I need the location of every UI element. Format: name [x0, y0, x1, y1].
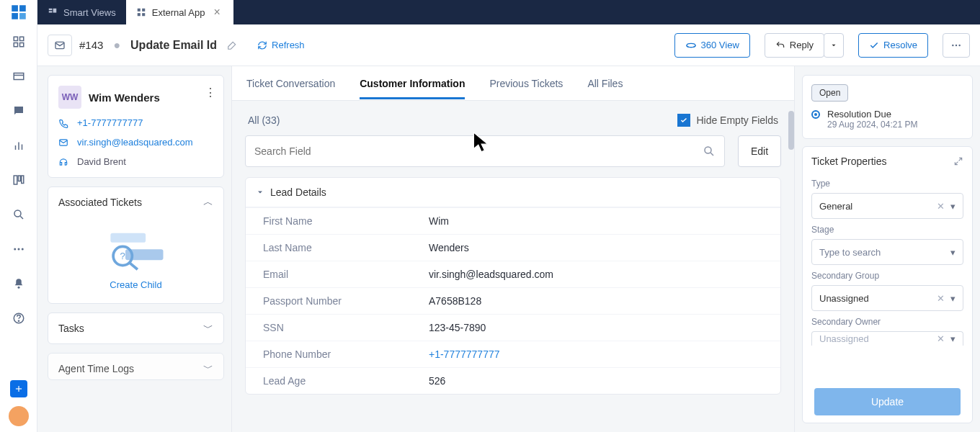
search-icon — [703, 145, 716, 158]
empty-state-icon: ? — [102, 229, 171, 272]
panel-tabs: Ticket Conversation Customer Information… — [232, 66, 794, 101]
chevron-down-icon: ▾ — [950, 333, 956, 344]
ticket-id: #143 — [79, 39, 103, 51]
chevron-down-icon: ▾ — [950, 293, 956, 304]
tab-previous-tickets[interactable]: Previous Tickets — [489, 68, 563, 99]
svg-rect-28 — [142, 9, 145, 12]
chevron-down-icon: ﹀ — [203, 362, 213, 375]
phone-value: +1-7777777777 — [77, 117, 143, 128]
svg-rect-37 — [110, 233, 146, 243]
svg-rect-13 — [14, 176, 17, 184]
reply-dropdown[interactable] — [824, 33, 844, 58]
nav-search-icon[interactable] — [6, 202, 32, 228]
section-header[interactable]: Lead Details — [246, 178, 780, 207]
profile-avatar[interactable] — [9, 406, 29, 426]
secondary-owner-select[interactable]: Unassigned ✕ ▾ — [811, 331, 963, 346]
svg-point-34 — [956, 44, 957, 45]
refresh-button[interactable]: Refresh — [250, 37, 312, 53]
center-scroll[interactable]: All (33) Hide Empty Fields — [232, 101, 794, 432]
hide-empty-toggle[interactable]: Hide Empty Fields — [677, 114, 778, 127]
nav-add-button[interactable] — [10, 380, 27, 397]
resolution-due-row[interactable]: Resolution Due 29 Aug 2024, 04:21 PM — [811, 109, 963, 130]
field-row: SSN123-45-7890 — [246, 314, 780, 341]
svg-rect-26 — [53, 9, 57, 13]
status-chip[interactable]: Open — [811, 84, 848, 102]
filter-row: All (33) Hide Empty Fields — [245, 111, 781, 135]
nav-dashboard-icon[interactable] — [6, 29, 32, 55]
associated-tickets-header[interactable]: Associated Tickets ︿ — [48, 187, 223, 217]
tasks-header[interactable]: Tasks ﹀ — [48, 313, 223, 343]
svg-point-35 — [958, 44, 960, 45]
contact-card: ⋮ WW Wim Wenders +1-7777777777 vir.singh… — [48, 75, 224, 178]
svg-rect-14 — [18, 176, 20, 181]
update-button[interactable]: Update — [814, 388, 961, 415]
svg-point-21 — [17, 287, 19, 289]
mail-icon — [58, 138, 70, 148]
field-row: First NameWim — [246, 207, 780, 234]
secondary-group-label: Secondary Group — [811, 271, 963, 281]
clear-icon[interactable]: ✕ — [937, 333, 945, 344]
ticket-header: #143 ● Update Email Id Refresh 360 View … — [37, 24, 980, 66]
ticket-properties-card: Ticket Properties Type General ✕ ▾ Stage… — [802, 146, 973, 423]
field-label: Passport Number — [263, 295, 429, 307]
stage-select[interactable]: Type to search ▾ — [811, 239, 963, 265]
svg-line-17 — [20, 216, 23, 219]
edit-button[interactable]: Edit — [738, 135, 781, 167]
chevron-down-icon — [256, 188, 264, 197]
scrollbar[interactable] — [788, 111, 794, 422]
expand-icon[interactable] — [953, 156, 963, 166]
nav-bell-icon[interactable] — [6, 271, 32, 297]
contact-sidebar: ⋮ WW Wim Wenders +1-7777777777 vir.singh… — [37, 66, 232, 432]
field-value: 123-45-7890 — [429, 322, 486, 333]
tab-customer-information[interactable]: Customer Information — [360, 68, 465, 99]
nav-tickets-icon[interactable] — [6, 63, 32, 89]
properties-title: Ticket Properties — [811, 156, 887, 167]
type-select[interactable]: General ✕ ▾ — [811, 193, 963, 219]
mail-icon — [48, 35, 72, 56]
tab-all-files[interactable]: All Files — [587, 68, 623, 99]
nav-help-icon[interactable] — [6, 305, 32, 331]
tab-ticket-conversation[interactable]: Ticket Conversation — [246, 68, 335, 99]
secondary-group-select[interactable]: Unassigned ✕ ▾ — [811, 285, 963, 311]
resolve-label: Resolve — [883, 40, 917, 50]
edit-title-icon[interactable] — [227, 40, 237, 50]
checkbox-checked-icon — [677, 114, 690, 127]
reply-label: Reply — [790, 40, 814, 50]
tab-smart-views[interactable]: Smart Views — [37, 0, 126, 24]
svg-text:?: ? — [120, 251, 125, 261]
more-actions-button[interactable] — [943, 33, 970, 58]
contact-more-icon[interactable]: ⋮ — [205, 86, 216, 99]
contact-phone[interactable]: +1-7777777777 — [58, 117, 213, 128]
all-filter[interactable]: All (33) — [248, 114, 280, 126]
refresh-label: Refresh — [272, 40, 305, 50]
search-input[interactable] — [254, 145, 703, 157]
create-child-link[interactable]: Create Child — [58, 279, 213, 290]
nav-more-icon[interactable] — [6, 236, 32, 262]
clear-icon[interactable]: ✕ — [937, 201, 945, 212]
agent-logs-header[interactable]: Agent Time Logs ﹀ — [48, 354, 223, 379]
secondary-owner-label: Secondary Owner — [811, 317, 963, 327]
field-row: Last NameWenders — [246, 234, 780, 261]
nav-board-icon[interactable] — [6, 167, 32, 193]
nav-analytics-icon[interactable] — [6, 132, 32, 158]
field-label: Last Name — [263, 242, 429, 253]
svg-point-16 — [14, 210, 21, 217]
svg-rect-15 — [21, 176, 23, 184]
agent-value: David Brent — [77, 156, 126, 167]
chevron-up-icon: ︿ — [203, 196, 213, 209]
field-label: Email — [263, 269, 429, 280]
chevron-down-icon: ﹀ — [203, 322, 213, 335]
tab-external-app[interactable]: External App × — [126, 0, 233, 24]
resolve-button[interactable]: Resolve — [858, 33, 928, 58]
reply-button[interactable]: Reply — [765, 33, 824, 58]
contact-name: Wim Wenders — [89, 91, 160, 104]
clear-icon[interactable]: ✕ — [937, 293, 945, 304]
nav-chat-icon[interactable] — [6, 98, 32, 124]
contact-email[interactable]: vir.singh@leadsquared.com — [58, 137, 213, 148]
field-label: Phone Number — [263, 348, 429, 360]
contact-agent: David Brent — [58, 156, 213, 167]
360-view-button[interactable]: 360 View — [674, 33, 750, 58]
agent-logs-card: Agent Time Logs ﹀ — [48, 353, 224, 380]
field-value[interactable]: +1-7777777777 — [429, 348, 500, 360]
close-icon[interactable]: × — [210, 6, 223, 19]
